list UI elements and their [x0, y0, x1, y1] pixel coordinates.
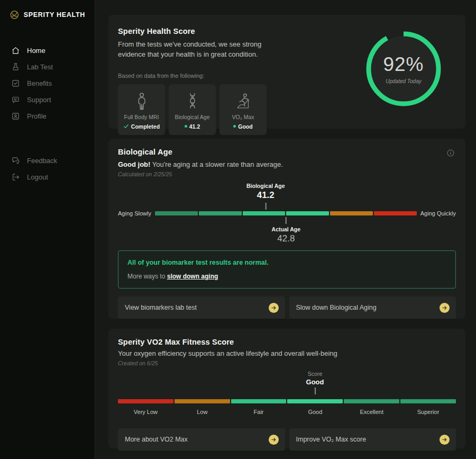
- arrow-right-icon: [440, 303, 450, 313]
- improve-vo2-button[interactable]: Improve VO₂ Max score: [289, 428, 456, 451]
- runner-icon: [234, 91, 252, 114]
- tile-status: 41.2: [185, 123, 200, 130]
- scale-segment: [330, 211, 373, 215]
- health-score-info: Sperity Health Score From the tests we'v…: [118, 24, 267, 120]
- brand-name: SPERITY HEALTH: [24, 11, 85, 19]
- tile-full-body-mri[interactable]: Full Body MRI Completed: [118, 84, 165, 135]
- sidebar-item-label: Home: [27, 47, 45, 55]
- status-dot: [233, 125, 236, 128]
- main-content: Sperity Health Score From the tests we'v…: [95, 0, 476, 459]
- based-on-label: Based on data from the following:: [118, 73, 267, 79]
- tile-vo2-max[interactable]: VO₂ Max Good: [219, 84, 267, 135]
- vo2-band: Fair: [231, 399, 287, 415]
- marker-tick: [315, 388, 316, 394]
- aging-scale: Aging Slowly Biological Age 41.2: [118, 210, 456, 217]
- sidebar-footer-nav: Feedback Logout: [0, 152, 95, 185]
- more-ways-text: More ways to slow down aging: [127, 273, 446, 280]
- more-about-vo2-button[interactable]: More about VO2 Max: [118, 428, 285, 451]
- info-icon[interactable]: [446, 149, 455, 157]
- sidebar-item-home[interactable]: Home: [0, 42, 95, 59]
- slow-down-aging-link[interactable]: slow down aging: [167, 273, 218, 280]
- biological-age-subtitle: Good job! You're aging at a slower rate …: [118, 160, 456, 168]
- score-updated-label: Updated Today: [386, 78, 421, 84]
- health-score-description: From the tests we've conducted, we see s…: [118, 40, 262, 60]
- scale-segment: [155, 211, 198, 215]
- health-score-card: Sperity Health Score From the tests we'v…: [108, 15, 465, 129]
- tile-status: Completed: [123, 123, 160, 130]
- slow-down-aging-button[interactable]: Slow down Biological Aging: [289, 296, 456, 319]
- good-job-highlight: Good job!: [118, 160, 150, 168]
- sidebar-item-support[interactable]: Support: [0, 92, 95, 108]
- actual-age-marker: Actual Age 42.8: [272, 217, 300, 244]
- biological-age-marker: Biological Age 41.2: [246, 183, 285, 210]
- biomarker-info-box: All of your biomarker test results are n…: [118, 250, 456, 289]
- aging-quickly-label: Aging Quickly: [420, 210, 456, 217]
- vo2-bands: Very Low Low Fair Good: [118, 399, 456, 415]
- sidebar-item-label: Benefits: [27, 79, 52, 87]
- scale-segment: [199, 211, 242, 215]
- band-bar: [344, 399, 399, 403]
- vo2-band: Good: [287, 399, 343, 415]
- aging-message: You're aging at a slower rate than avera…: [152, 160, 283, 168]
- tile-biological-age[interactable]: Biological Age 41.2: [169, 84, 216, 135]
- biological-age-actions: View biomarkers lab test Slow down Biolo…: [118, 296, 456, 319]
- vo2-band: Excellent: [344, 399, 399, 415]
- biological-age-card: Biological Age Good job! You're aging at…: [108, 139, 465, 319]
- band-bar: [175, 399, 230, 403]
- band-bar: [118, 399, 173, 403]
- created-on-label: Created on 6/25: [118, 360, 456, 366]
- feedback-icon: [11, 156, 20, 165]
- scale-segment: [374, 211, 417, 215]
- band-bar: [287, 399, 343, 403]
- calculated-on-label: Calculated on 2/25/25: [118, 171, 456, 177]
- scale-segment: [286, 211, 329, 215]
- arrow-right-icon: [269, 435, 279, 445]
- vo2-actions: More about VO2 Max Improve VO₂ Max score: [118, 428, 456, 451]
- marker-tick: [286, 217, 287, 224]
- tile-label: Full Body MRI: [124, 114, 159, 120]
- sidebar-item-feedback[interactable]: Feedback: [0, 152, 95, 169]
- scale-segment: [243, 211, 286, 215]
- arrow-right-icon: [269, 303, 279, 313]
- sidebar-item-benefits[interactable]: Benefits: [0, 75, 95, 92]
- status-dot: [185, 125, 187, 128]
- biological-age-header: Biological Age: [118, 148, 456, 157]
- vo2-band: Superior: [400, 399, 456, 415]
- view-biomarkers-button[interactable]: View biomarkers lab test: [118, 296, 285, 319]
- tile-status: Good: [233, 123, 252, 130]
- vo2-title: Sperity VO2 Max Fitness Score: [118, 338, 456, 346]
- vo2-score-marker: Score Good: [306, 371, 324, 394]
- sidebar-item-label: Logout: [27, 173, 48, 181]
- logout-icon: [11, 173, 20, 182]
- sidebar-item-logout[interactable]: Logout: [0, 169, 95, 185]
- sidebar-nav: Home Lab Test Benefits Support: [0, 42, 95, 124]
- vo2-band: Very Low: [118, 399, 173, 415]
- lab-test-icon: [11, 62, 20, 71]
- health-score-ring: 92% Updated Today: [364, 29, 443, 109]
- benefits-icon: [11, 79, 20, 88]
- brand: SPERITY HEALTH: [0, 7, 95, 22]
- aging-scale-bar: Biological Age 41.2 Actual Age 42.8: [155, 211, 417, 215]
- arrow-right-icon: [440, 435, 450, 445]
- vo2-max-card: Sperity VO2 Max Fitness Score Your oxyge…: [108, 329, 465, 448]
- band-bar: [400, 399, 456, 403]
- marker-tick: [265, 203, 266, 210]
- sidebar-item-label: Support: [27, 96, 51, 104]
- vo2-band: Low: [175, 399, 230, 415]
- sidebar: SPERITY HEALTH Home Lab Test Benefits: [0, 0, 95, 459]
- sidebar-item-label: Lab Test: [27, 63, 53, 71]
- tile-label: VO₂ Max: [232, 114, 254, 120]
- vo2-subtitle: Your oxygen efficiency supports an activ…: [118, 349, 456, 357]
- profile-icon: [11, 112, 20, 121]
- sperity-logo-icon: [10, 10, 20, 20]
- sidebar-item-lab-test[interactable]: Lab Test: [0, 59, 95, 75]
- sidebar-item-label: Profile: [27, 112, 47, 120]
- support-icon: [11, 95, 20, 104]
- home-icon: [11, 46, 20, 55]
- dna-icon: [184, 91, 202, 114]
- vo2-scale: Score Good Very Low Low Fair: [118, 371, 456, 415]
- sidebar-item-profile[interactable]: Profile: [0, 108, 95, 124]
- test-tiles: Full Body MRI Completed: [118, 84, 267, 135]
- biomarker-normal-message: All of your biomarker test results are n…: [127, 259, 446, 266]
- sidebar-item-label: Feedback: [27, 157, 57, 165]
